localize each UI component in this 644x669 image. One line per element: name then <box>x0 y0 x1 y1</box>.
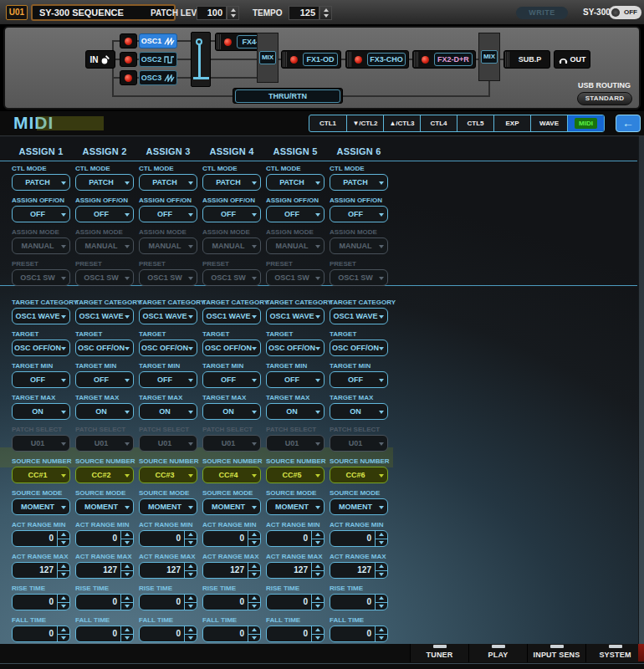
spinner-down-icon[interactable] <box>248 602 260 610</box>
spinner-up-icon[interactable] <box>248 626 260 634</box>
spinner-down-icon[interactable] <box>312 539 324 547</box>
spinner-buttons[interactable] <box>311 563 324 578</box>
target_min-dropdown[interactable]: OFF <box>139 371 197 388</box>
source_mode-dropdown[interactable]: MOMENT <box>330 498 388 515</box>
spinner-down-icon[interactable] <box>248 570 260 579</box>
fall_time-spinner[interactable]: 0 <box>266 626 325 642</box>
spinner-down-icon[interactable] <box>185 539 197 547</box>
osc-led-icon[interactable] <box>125 38 132 45</box>
act_range_min-spinner[interactable]: 0 <box>330 530 388 547</box>
fx-led-icon[interactable] <box>224 38 232 46</box>
act_range_max-spinner[interactable]: 127 <box>75 562 134 579</box>
bottom-button-input-sens[interactable]: INPUT SENS <box>527 644 585 662</box>
mix1-block[interactable]: MIX <box>257 33 279 83</box>
thru-rtn-block[interactable]: THRU/RTN <box>233 88 343 104</box>
spinner-down-icon[interactable] <box>312 602 324 610</box>
spinner-up-icon[interactable] <box>121 531 133 539</box>
spinner-up-icon[interactable] <box>312 626 324 634</box>
source_mode-dropdown[interactable]: MOMENT <box>75 498 134 515</box>
spinner-buttons[interactable] <box>375 531 387 546</box>
target_min-dropdown[interactable]: OFF <box>202 371 261 388</box>
fall_time-spinner[interactable]: 0 <box>202 626 261 642</box>
target_min-dropdown[interactable]: OFF <box>12 371 70 388</box>
spinner-buttons[interactable] <box>248 531 260 546</box>
spinner-down-icon[interactable] <box>248 634 260 642</box>
spinner-up-icon[interactable] <box>121 563 133 570</box>
osc-led-cell[interactable] <box>120 52 137 67</box>
assign_off_on-dropdown[interactable]: OFF <box>266 206 325 222</box>
target_category-dropdown[interactable]: OSC1 WAVE <box>139 308 197 324</box>
spinner-buttons[interactable] <box>184 595 197 610</box>
bottom-button-play[interactable]: PLAY <box>468 644 527 662</box>
subp-block[interactable]: SUB.P <box>503 50 550 69</box>
spinner-buttons[interactable] <box>248 595 260 610</box>
spinner-down-icon[interactable] <box>121 570 133 579</box>
fx-block-fx3-cho[interactable]: FX3-CHO <box>345 50 409 69</box>
osc-row-osc2[interactable]: OSC2 <box>120 52 177 67</box>
ctl_mode-dropdown[interactable]: PATCH <box>139 174 197 191</box>
tab-ctl1[interactable]: CTL1 <box>309 115 346 131</box>
spinner-up-icon[interactable] <box>248 531 260 539</box>
spinner-down-icon[interactable] <box>58 570 69 579</box>
write-button[interactable]: WRITE <box>516 7 568 19</box>
osc-row-osc1[interactable]: OSC1 <box>120 33 177 49</box>
osc-led-icon[interactable] <box>125 56 132 64</box>
spinner-up-icon[interactable] <box>185 563 197 570</box>
act_range_min-spinner[interactable]: 0 <box>202 530 261 547</box>
spinner-up-icon[interactable] <box>185 531 197 539</box>
tempo-up-icon[interactable] <box>320 7 331 13</box>
target-dropdown[interactable]: OSC OFF/ON <box>202 340 261 356</box>
source_mode-dropdown[interactable]: MOMENT <box>12 498 70 515</box>
fx-block-fx1-od[interactable]: FX1-OD <box>281 50 341 69</box>
target_max-dropdown[interactable]: ON <box>266 403 325 420</box>
osc-row-osc3[interactable]: OSC3 <box>120 70 177 85</box>
spinner-buttons[interactable] <box>375 595 387 610</box>
spinner-buttons[interactable] <box>120 531 133 546</box>
spinner-down-icon[interactable] <box>121 602 133 610</box>
source_number-dropdown[interactable]: CC#5 <box>266 467 325 483</box>
spinner-up-icon[interactable] <box>312 563 324 570</box>
act_range_max-spinner[interactable]: 127 <box>330 562 388 579</box>
spinner-down-icon[interactable] <box>376 602 387 610</box>
spinner-down-icon[interactable] <box>376 570 387 579</box>
fx-led-icon[interactable] <box>290 56 298 64</box>
spinner-buttons[interactable] <box>375 563 387 578</box>
fx-led-icon[interactable] <box>422 56 429 64</box>
spinner-up-icon[interactable] <box>248 563 260 570</box>
spinner-buttons[interactable] <box>248 563 260 578</box>
target-dropdown[interactable]: OSC OFF/ON <box>330 340 388 356</box>
usb-routing-button[interactable]: STANDARD <box>577 92 632 105</box>
spinner-buttons[interactable] <box>57 563 69 578</box>
act_range_min-spinner[interactable]: 0 <box>75 530 134 547</box>
act_range_min-spinner[interactable]: 0 <box>266 530 325 547</box>
target_category-dropdown[interactable]: OSC1 WAVE <box>202 308 261 324</box>
tab-ctl3[interactable]: ▲/CTL3 <box>383 115 420 131</box>
osc-led-cell[interactable] <box>120 33 137 49</box>
spinner-buttons[interactable] <box>57 595 69 610</box>
bottom-button-tuner[interactable]: TUNER <box>410 644 468 662</box>
rise_time-spinner[interactable]: 0 <box>12 594 70 610</box>
spinner-down-icon[interactable] <box>312 570 324 579</box>
spinner-up-icon[interactable] <box>58 595 69 602</box>
source_number-dropdown[interactable]: CC#1 <box>12 467 70 483</box>
patch-level-down-icon[interactable] <box>227 13 238 20</box>
spinner-up-icon[interactable] <box>376 563 387 570</box>
spinner-down-icon[interactable] <box>121 634 133 642</box>
target_max-dropdown[interactable]: ON <box>12 403 70 420</box>
spinner-down-icon[interactable] <box>185 570 197 579</box>
spinner-down-icon[interactable] <box>58 634 69 642</box>
osc-name-label[interactable]: OSC3 <box>139 70 177 85</box>
act_range_max-spinner[interactable]: 127 <box>139 562 197 579</box>
target_category-dropdown[interactable]: OSC1 WAVE <box>266 308 325 324</box>
spinner-up-icon[interactable] <box>185 595 197 602</box>
spinner-up-icon[interactable] <box>248 595 260 602</box>
spinner-up-icon[interactable] <box>376 531 387 539</box>
rise_time-spinner[interactable]: 0 <box>75 594 134 610</box>
assign_off_on-dropdown[interactable]: OFF <box>139 206 197 222</box>
spinner-up-icon[interactable] <box>121 626 133 634</box>
target-dropdown[interactable]: OSC OFF/ON <box>12 340 70 356</box>
spinner-buttons[interactable] <box>248 626 260 641</box>
bottom-button-system[interactable]: SYSTEM <box>585 644 644 662</box>
spinner-up-icon[interactable] <box>58 531 69 539</box>
act_range_min-spinner[interactable]: 0 <box>139 530 197 547</box>
